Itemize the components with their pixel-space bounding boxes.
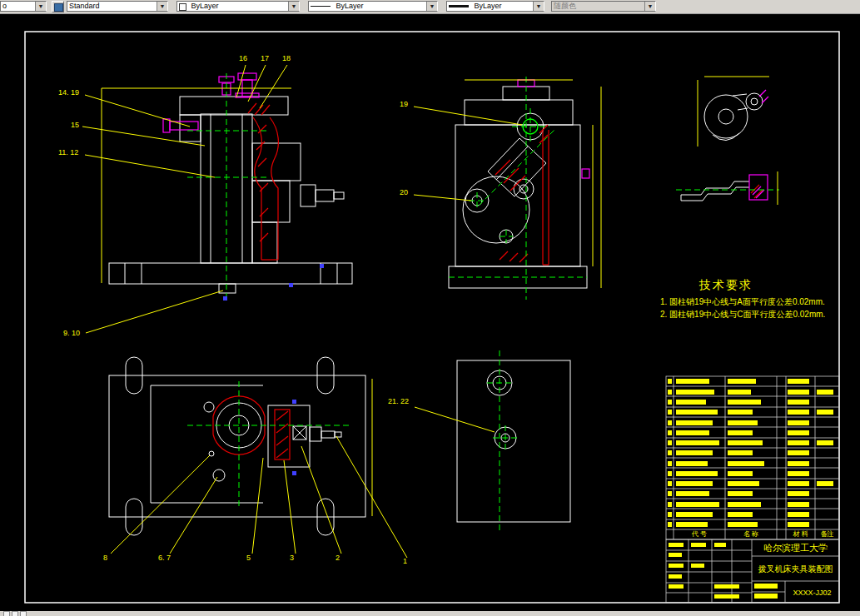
style-manager-icon	[54, 3, 63, 12]
chevron-down-icon[interactable]: ▼	[35, 2, 46, 11]
linetype-control-combo[interactable]: ByLayer ▼	[308, 1, 438, 12]
chevron-down-icon[interactable]: ▼	[288, 2, 299, 11]
chevron-down-icon[interactable]: ▼	[426, 2, 437, 11]
linetype-control-value: ByLayer	[335, 2, 365, 11]
chevron-down-icon[interactable]: ▼	[533, 2, 544, 11]
layer-combo[interactable]: o ▼	[0, 1, 47, 12]
plotstyle-control-combo: 随颜色 ▼	[551, 1, 656, 12]
lineweight-sample-icon	[449, 5, 469, 7]
plotstyle-control-value: 随颜色	[552, 2, 578, 11]
text-style-value: Standard	[67, 2, 102, 11]
lineweight-control-value: ByLayer	[473, 2, 504, 11]
color-control-combo[interactable]: ByLayer ▼	[176, 1, 300, 12]
lineweight-control-combo[interactable]: ByLayer ▼	[446, 1, 544, 12]
color-swatch-icon	[179, 3, 186, 11]
chevron-down-icon: ▼	[644, 2, 655, 11]
layer-combo-value: o	[1, 2, 8, 11]
linetype-sample-icon	[311, 6, 331, 7]
color-control-value: ByLayer	[190, 2, 221, 11]
toolbar: o ▼ Standard ▼ ByLayer ▼ ByLayer ▼ ByLay…	[0, 0, 860, 14]
status-icon[interactable]	[12, 611, 18, 616]
text-style-combo[interactable]: Standard ▼	[67, 1, 168, 12]
drawing-canvas[interactable]	[0, 13, 860, 611]
style-manager-button[interactable]	[52, 1, 64, 12]
status-strip	[0, 611, 860, 616]
status-icon[interactable]	[20, 611, 27, 616]
chevron-down-icon[interactable]: ▼	[157, 2, 167, 11]
status-icon[interactable]	[3, 611, 10, 616]
